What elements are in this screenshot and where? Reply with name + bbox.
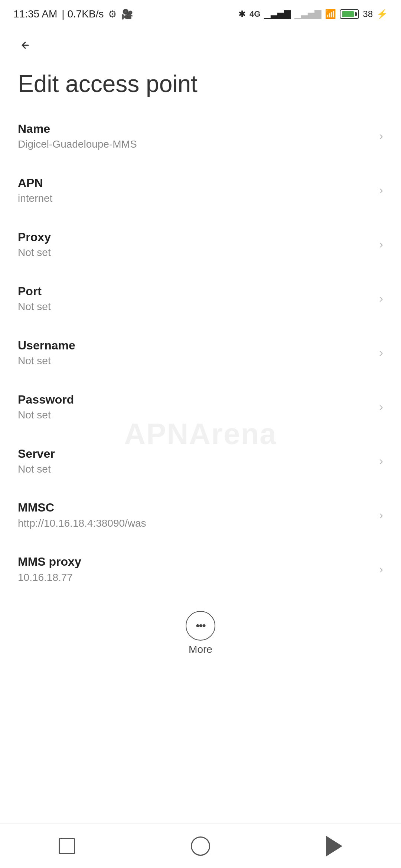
time-display: 11:35 AM [13,8,57,20]
item-label-mms-proxy: MMS proxy [18,555,81,569]
page-title: Edit access point [0,59,401,109]
item-label-proxy: Proxy [18,230,51,244]
more-button[interactable]: ••• More [186,611,215,655]
triangle-icon [326,836,342,857]
settings-item-mmsc[interactable]: MMSC http://10.16.18.4:38090/was › [0,488,401,542]
settings-item-name[interactable]: Name Digicel-Guadeloupe-MMS › [0,109,401,163]
item-value-name: Digicel-Guadeloupe-MMS [18,138,137,151]
signal-4g-icon: 4G [250,9,260,19]
settings-item-mms-proxy[interactable]: MMS proxy 10.16.18.77 › [0,542,401,596]
chevron-right-icon: › [379,454,383,468]
item-value-server: Not set [18,463,55,476]
chevron-right-icon: › [379,400,383,414]
gear-icon: ⚙ [108,9,117,20]
bluetooth-icon: ✱ [238,9,246,19]
signal-bars-icon: ▁▃▅▇ [264,9,291,19]
settings-item-apn[interactable]: APN internet › [0,163,401,217]
circle-icon [191,836,210,856]
settings-list: Name Digicel-Guadeloupe-MMS › APN intern… [0,109,401,596]
nav-square-button[interactable] [52,831,82,861]
settings-item-password[interactable]: Password Not set › [0,380,401,434]
square-icon [59,838,75,854]
item-value-username: Not set [18,355,75,367]
chevron-right-icon: › [379,129,383,143]
status-bar: 11:35 AM | 0.7KB/s ⚙ 🎥 ✱ 4G ▁▃▅▇ ▁▃▅▇ 📶 … [0,0,401,26]
item-label-name: Name [18,122,137,136]
top-bar [0,26,401,59]
settings-item-port[interactable]: Port Not set › [0,272,401,326]
navigation-bar [0,823,401,868]
item-value-password: Not set [18,409,74,421]
item-label-username: Username [18,338,75,352]
item-value-mmsc: http://10.16.18.4:38090/was [18,517,146,530]
status-left: 11:35 AM | 0.7KB/s ⚙ 🎥 [13,8,133,20]
nav-home-button[interactable] [186,831,215,861]
more-label: More [189,644,212,655]
wifi-icon: 📶 [325,9,336,19]
settings-item-proxy[interactable]: Proxy Not set › [0,217,401,272]
camera-icon: 🎥 [121,9,133,20]
chevron-right-icon: › [379,508,383,522]
chevron-right-icon: › [379,292,383,305]
chevron-right-icon: › [379,237,383,251]
item-value-mms-proxy: 10.16.18.77 [18,571,81,584]
chevron-right-icon: › [379,183,383,197]
more-section: ••• More [0,596,401,664]
more-dots-icon: ••• [186,611,215,641]
back-button[interactable] [15,35,36,56]
bolt-icon: ⚡ [376,9,388,19]
item-label-mmsc: MMSC [18,500,146,514]
speed-display: | 0.7KB/s [62,8,104,20]
nav-back-button[interactable] [319,831,349,861]
signal-bars2-icon: ▁▃▅▇ [294,9,321,19]
battery-percent: 38 [363,9,373,19]
item-label-apn: APN [18,176,52,190]
item-value-proxy: Not set [18,246,51,259]
status-right: ✱ 4G ▁▃▅▇ ▁▃▅▇ 📶 38 ⚡ [238,9,388,19]
chevron-right-icon: › [379,346,383,359]
battery-icon [340,9,359,19]
item-value-port: Not set [18,300,51,313]
settings-item-username[interactable]: Username Not set › [0,326,401,380]
item-label-port: Port [18,284,51,298]
chevron-right-icon: › [379,562,383,576]
item-label-server: Server [18,447,55,461]
settings-item-server[interactable]: Server Not set › [0,434,401,488]
item-label-password: Password [18,392,74,407]
item-value-apn: internet [18,192,52,205]
